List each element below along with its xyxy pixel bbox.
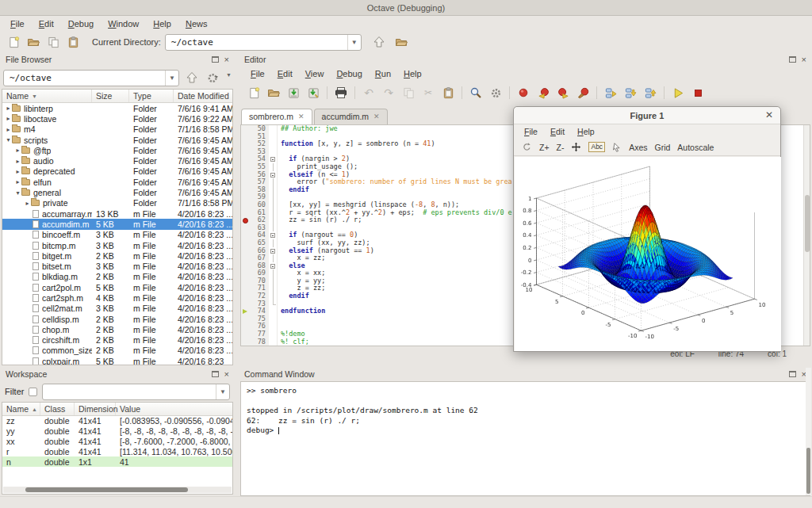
file-row-accumdim.m[interactable]: accumdim.m5 KBm File4/20/16 8:23 ...	[2, 219, 232, 229]
expand-icon[interactable]: ▸	[5, 105, 12, 112]
workspace-row-n[interactable]: ndouble1x141	[2, 456, 232, 467]
breakpoint-margin[interactable]	[241, 315, 250, 323]
file-browser-path-combo[interactable]: ~/octave ▼	[3, 70, 179, 86]
close-icon[interactable]: ×	[802, 56, 806, 63]
breakpoint-margin[interactable]	[241, 224, 250, 232]
zoom-in-button[interactable]: Z+	[539, 143, 550, 152]
new-script-icon[interactable]	[5, 33, 22, 51]
tab-accumdim.m[interactable]: accumdim.m✕	[314, 109, 388, 124]
debug-position-marker[interactable]	[241, 307, 250, 315]
chevron-down-icon[interactable]: ▼	[226, 69, 232, 86]
breakpoint-margin[interactable]	[241, 193, 250, 201]
file-row-bitset.m[interactable]: bitset.m3 KBm File4/20/16 8:23 ...	[2, 261, 232, 271]
breakpoint-icon[interactable]	[243, 218, 248, 223]
expand-icon[interactable]: ▸	[24, 200, 31, 207]
breakpoint-margin[interactable]	[241, 201, 250, 209]
file-row-liboctave[interactable]: ▸liboctaveFolder7/6/16 9:22 AM	[2, 113, 232, 124]
pan-tool-icon[interactable]	[571, 142, 581, 152]
figure-plot-area[interactable]	[515, 157, 779, 350]
stop-icon[interactable]	[689, 84, 707, 101]
autoscale-button[interactable]: Autoscale	[677, 143, 714, 152]
editor-menu-help[interactable]: Help	[397, 68, 428, 79]
breakpoint-margin[interactable]	[241, 140, 250, 148]
fold-icon[interactable]	[270, 249, 275, 254]
expand-icon[interactable]: ▸	[14, 178, 21, 185]
file-row-libinterp[interactable]: ▸libinterpFolder7/6/16 9:41 AM	[2, 103, 232, 113]
fold-icon[interactable]	[270, 157, 275, 162]
rotate-tool-icon[interactable]	[522, 142, 532, 152]
paste-icon[interactable]	[64, 33, 82, 51]
breakpoint-marker[interactable]	[241, 216, 250, 224]
fold-icon[interactable]	[270, 264, 275, 269]
figure-menu-help[interactable]: Help	[571, 126, 601, 137]
chevron-down-icon[interactable]: ▼	[165, 71, 178, 86]
expand-icon[interactable]: ▸	[14, 147, 21, 154]
fold-margin[interactable]	[269, 262, 278, 270]
fold-margin[interactable]	[269, 171, 278, 179]
breakpoint-margin[interactable]	[241, 186, 250, 194]
save-file-as-icon[interactable]	[304, 84, 322, 101]
breakpoint-margin[interactable]	[241, 285, 250, 292]
column-header-class[interactable]: Class	[40, 403, 75, 415]
command-window-vscrollbar[interactable]	[806, 368, 811, 495]
main-menu-edit[interactable]: Edit	[32, 17, 61, 30]
previous-breakpoint-icon[interactable]	[554, 84, 572, 101]
workspace-row-xx[interactable]: xxdouble41x41[-8, -7.6000, -7.2000, -6.8…	[2, 436, 232, 446]
fold-margin[interactable]	[269, 247, 278, 255]
breakpoint-margin[interactable]	[241, 277, 250, 285]
breakpoint-margin[interactable]	[241, 125, 250, 133]
file-row-cart2sph.m[interactable]: cart2sph.m4 KBm File4/20/16 8:23 ...	[2, 292, 232, 303]
close-icon[interactable]: ✕	[765, 109, 773, 120]
file-row-cplxpair.m[interactable]: cplxpair.m5 KBm File4/20/16 8:23	[2, 356, 232, 365]
undock-icon[interactable]	[789, 371, 796, 377]
column-header-type[interactable]: Type	[129, 90, 174, 102]
file-row-celldisp.m[interactable]: celldisp.m2 KBm File4/20/16 8:23 ...	[2, 314, 232, 324]
fold-margin[interactable]	[269, 155, 278, 163]
filter-checkbox[interactable]	[29, 388, 37, 396]
fold-margin[interactable]	[269, 231, 278, 239]
select-tool-icon[interactable]	[612, 143, 622, 152]
main-menu-help[interactable]: Help	[146, 17, 178, 30]
close-tab-icon[interactable]: ✕	[373, 113, 380, 120]
step-in-icon[interactable]	[622, 84, 639, 101]
step-icon[interactable]	[602, 84, 619, 101]
next-breakpoint-icon[interactable]	[534, 84, 552, 101]
undock-icon[interactable]	[789, 56, 796, 63]
breakpoint-margin[interactable]	[241, 133, 250, 141]
file-row-elfun[interactable]: ▸elfunFolder7/6/16 9:45 AM	[2, 177, 232, 187]
figure-menu-file[interactable]: File	[518, 126, 544, 137]
continue-icon[interactable]	[669, 84, 687, 101]
save-file-icon[interactable]	[285, 84, 302, 101]
column-header-name[interactable]: Name▼	[2, 90, 92, 102]
text-tool-icon[interactable]: Abc	[588, 142, 605, 152]
preferences-icon[interactable]	[487, 84, 504, 101]
remove-breakpoints-icon[interactable]	[574, 84, 592, 101]
breakpoint-margin[interactable]	[241, 163, 250, 171]
current-directory-combo[interactable]: ~/octave ▼	[165, 34, 362, 51]
column-header-value[interactable]: Value	[116, 403, 232, 415]
column-header-size[interactable]: Size	[92, 90, 129, 102]
breakpoint-margin[interactable]	[241, 231, 250, 239]
editor-vscrollbar[interactable]	[803, 125, 810, 346]
file-row-cart2pol.m[interactable]: cart2pol.m5 KBm File4/20/16 8:23 ...	[2, 282, 232, 292]
workspace-hscrollbar[interactable]	[3, 487, 232, 493]
close-icon[interactable]: ×	[224, 56, 229, 63]
breakpoint-margin[interactable]	[241, 209, 250, 217]
window-titlebar[interactable]: Octave (Debugging)	[0, 0, 812, 16]
undock-icon[interactable]	[212, 56, 219, 63]
print-icon[interactable]	[332, 84, 350, 101]
fold-icon[interactable]	[270, 233, 275, 238]
directory-up-icon[interactable]	[370, 33, 388, 51]
expand-icon[interactable]: ▸	[14, 168, 21, 175]
file-row-audio[interactable]: ▸audioFolder7/6/16 9:45 AM	[2, 155, 232, 166]
file-row-private[interactable]: ▸privateFolder7/1/16 8:58 PM	[2, 198, 232, 208]
breakpoint-margin[interactable]	[241, 338, 250, 346]
breakpoint-margin[interactable]	[241, 254, 250, 262]
open-file-icon[interactable]	[25, 33, 42, 51]
main-menu-debug[interactable]: Debug	[61, 17, 101, 30]
breakpoint-margin[interactable]	[241, 262, 250, 270]
copy-icon[interactable]	[44, 33, 62, 51]
figure-menu-edit[interactable]: Edit	[544, 126, 571, 137]
breakpoint-margin[interactable]	[241, 292, 250, 300]
zoom-out-button[interactable]: Z-	[557, 143, 565, 152]
